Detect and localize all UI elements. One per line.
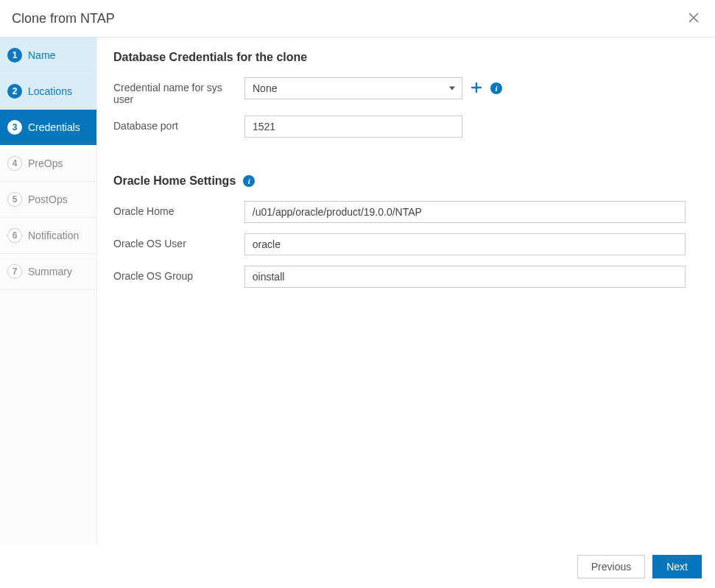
row-oracle-home: Oracle Home	[113, 201, 686, 223]
add-credential-icon[interactable]	[471, 82, 482, 95]
section-db-credentials-title: Database Credentials for the clone	[113, 51, 686, 64]
step-badge: 3	[7, 120, 22, 135]
info-icon[interactable]: i	[490, 82, 502, 94]
step-label: PostOps	[28, 194, 68, 205]
oracle-os-group-input[interactable]	[244, 266, 686, 288]
dialog-title: Clone from NTAP	[12, 11, 115, 26]
step-badge: 1	[7, 48, 22, 63]
close-icon[interactable]	[686, 9, 702, 28]
main-content: Database Credentials for the clone Crede…	[97, 38, 715, 549]
step-badge: 6	[7, 228, 22, 243]
step-badge: 4	[7, 156, 22, 171]
step-label: Name	[28, 49, 55, 61]
credential-name-value: None	[244, 77, 462, 99]
oracle-os-user-input[interactable]	[244, 233, 686, 255]
wizard-sidebar: 1 Name 2 Locations 3 Credentials 4 PreOp…	[0, 38, 97, 549]
step-label: Locations	[28, 85, 72, 97]
oracle-os-user-label: Oracle OS User	[113, 233, 244, 249]
database-port-input[interactable]	[244, 116, 462, 138]
oracle-os-group-label: Oracle OS Group	[113, 266, 244, 282]
row-oracle-os-group: Oracle OS Group	[113, 266, 686, 288]
row-oracle-os-user: Oracle OS User	[113, 233, 686, 255]
dialog-footer: Previous Next	[0, 545, 715, 588]
info-icon[interactable]: i	[243, 175, 255, 187]
oracle-home-settings-label: Oracle Home Settings	[113, 174, 236, 188]
step-postops[interactable]: 5 PostOps	[0, 182, 96, 218]
next-button[interactable]: Next	[652, 555, 702, 578]
oracle-home-label: Oracle Home	[113, 201, 244, 217]
row-credential-name: Credential name for sys user None i	[113, 77, 686, 105]
step-label: Credentials	[28, 121, 80, 133]
step-badge: 5	[7, 192, 22, 207]
row-database-port: Database port	[113, 116, 686, 138]
previous-button[interactable]: Previous	[577, 555, 645, 578]
step-credentials[interactable]: 3 Credentials	[0, 110, 96, 146]
step-summary[interactable]: 7 Summary	[0, 254, 96, 290]
step-notification[interactable]: 6 Notification	[0, 218, 96, 254]
step-preops[interactable]: 4 PreOps	[0, 146, 96, 182]
step-name[interactable]: 1 Name	[0, 38, 96, 74]
step-locations[interactable]: 2 Locations	[0, 74, 96, 110]
credential-name-label: Credential name for sys user	[113, 77, 244, 105]
database-port-label: Database port	[113, 116, 244, 132]
step-label: Summary	[28, 266, 72, 277]
oracle-home-input[interactable]	[244, 201, 686, 223]
step-badge: 7	[7, 264, 22, 279]
dialog-header: Clone from NTAP	[0, 0, 715, 38]
step-badge: 2	[7, 84, 22, 99]
credential-name-select[interactable]: None	[244, 77, 462, 99]
step-label: Notification	[28, 230, 79, 241]
step-label: PreOps	[28, 157, 63, 169]
section-oracle-home-title: Oracle Home Settings i	[113, 174, 686, 188]
